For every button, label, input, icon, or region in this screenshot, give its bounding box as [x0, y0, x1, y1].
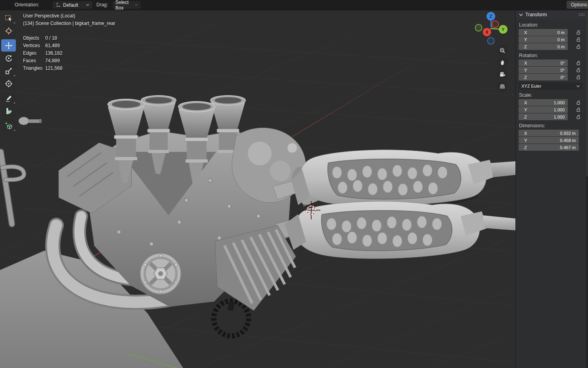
gizmo-axis-x[interactable]: X — [483, 28, 491, 36]
grid-perspective-icon — [499, 83, 506, 90]
rotation-z-field[interactable]: Z 0° — [519, 74, 568, 80]
lock-icon[interactable] — [575, 44, 582, 50]
annotate-pen-icon — [5, 94, 13, 102]
camera-icon — [499, 71, 506, 78]
gizmo-axis-z-neg[interactable] — [488, 38, 494, 44]
active-collection-label: (134) Scene Collection | bigkart_frame_r… — [23, 21, 115, 26]
scale-section-label: Scale: — [519, 92, 588, 98]
scene-statistics: Objects0 / 18 Vertices61,489 Edges136,18… — [23, 35, 115, 71]
lock-icon[interactable] — [575, 107, 582, 113]
zoom-button[interactable] — [497, 45, 508, 56]
camera-view-button[interactable] — [497, 69, 508, 80]
location-section-label: Location: — [519, 22, 588, 28]
tool-add-cube[interactable] — [1, 119, 16, 132]
rotation-y-field[interactable]: Y 0° — [519, 67, 568, 73]
tool-cursor[interactable] — [1, 25, 16, 37]
transform-icon — [5, 80, 13, 88]
add-cube-icon — [5, 122, 13, 130]
drag-mode-dropdown[interactable]: Select Box — [113, 1, 140, 9]
lock-icon[interactable] — [575, 67, 582, 73]
perspective-toggle-button[interactable] — [497, 81, 508, 92]
location-z-field[interactable]: Z 0 m — [519, 43, 568, 50]
tool-shelf — [1, 12, 16, 132]
gizmo-axis-x-neg[interactable] — [492, 21, 499, 28]
orientation-label: Orientation: — [15, 2, 39, 8]
lock-icon[interactable] — [575, 29, 582, 35]
chevron-down-icon — [135, 4, 138, 6]
lock-icon[interactable] — [575, 100, 582, 105]
chevron-down-icon — [519, 13, 523, 16]
drag-label: Drag: — [96, 2, 108, 8]
location-x-field[interactable]: X 0 m — [519, 29, 568, 36]
lock-icon[interactable] — [575, 74, 582, 80]
panel-scrollbar[interactable] — [586, 10, 588, 368]
stat-value: 61,489 — [45, 43, 115, 48]
dimensions-section-label: Dimensions: — [519, 123, 588, 128]
rotate-icon — [5, 54, 13, 62]
stat-value: 74,889 — [45, 58, 115, 63]
panel-title: Transform — [525, 12, 547, 17]
hand-icon — [499, 59, 506, 66]
stat-label: Edges — [23, 50, 45, 56]
rotation-x-field[interactable]: X 0° — [519, 59, 568, 66]
rotation-mode-dropdown[interactable]: XYZ Euler — [519, 82, 583, 90]
tool-select-box[interactable] — [1, 12, 16, 24]
select-box-icon — [5, 14, 13, 22]
pan-button[interactable] — [497, 57, 508, 68]
lock-icon[interactable] — [575, 36, 582, 42]
drag-mode-value: Select Box — [115, 0, 132, 11]
viewport-info-overlay: User Perspective (Local) (134) Scene Col… — [23, 13, 115, 71]
tool-transform[interactable] — [1, 77, 16, 90]
location-y-field[interactable]: Y 0 m — [519, 36, 568, 43]
svg-text:X: X — [485, 30, 488, 34]
dimensions-y-field[interactable]: Y 0.458 m — [519, 137, 579, 144]
orientation-value: Default — [63, 2, 78, 8]
gizmo-axis-y-neg[interactable] — [475, 25, 482, 31]
gizmo-axis-y[interactable]: Y — [499, 25, 508, 34]
scale-z-field[interactable]: Z 1.000 — [519, 113, 568, 120]
scale-x-field[interactable]: X 1.000 — [519, 99, 568, 106]
stat-value: 121,568 — [45, 65, 115, 71]
svg-text:Z: Z — [490, 14, 492, 19]
gizmo-axis-z[interactable]: Z — [486, 12, 495, 21]
lock-icon[interactable] — [575, 114, 582, 120]
svg-text:Y: Y — [502, 27, 505, 32]
orientation-dropdown[interactable]: Default — [53, 1, 92, 9]
stat-label: Objects — [23, 35, 45, 41]
viewport-header-bar: Orientation: Default Drag: Select Box Op… — [0, 0, 588, 10]
stat-label: Triangles — [23, 65, 45, 71]
move-icon — [5, 42, 13, 50]
lock-icon[interactable] — [575, 60, 582, 66]
options-button[interactable]: Options — [567, 1, 588, 9]
transform-panel-header[interactable]: Transform — [516, 10, 588, 19]
stat-label: Vertices — [23, 43, 45, 48]
scale-y-field[interactable]: Y 1.000 — [519, 106, 568, 113]
stat-value: 136,182 — [45, 50, 115, 56]
dimensions-x-field[interactable]: X 0.932 m — [519, 130, 579, 136]
tool-move[interactable] — [1, 39, 16, 52]
drag-handle-icon[interactable] — [578, 13, 585, 16]
tool-scale[interactable] — [1, 65, 16, 77]
cursor-icon — [5, 27, 13, 35]
chevron-down-icon — [86, 4, 90, 6]
sidebar-item-panel: Transform Location: X 0 m Y 0 m Z 0 m Ro… — [515, 10, 588, 368]
transform-orientation-icon — [56, 2, 61, 8]
stat-label: Faces — [23, 58, 45, 63]
view-perspective-label: User Perspective (Local) — [23, 13, 115, 19]
chevron-down-icon — [576, 85, 580, 88]
dimensions-z-field[interactable]: Z 0.467 m — [519, 144, 579, 151]
tool-measure[interactable] — [1, 105, 16, 117]
measure-icon — [5, 107, 13, 115]
stat-value: 0 / 18 — [45, 35, 115, 41]
zoom-icon — [499, 48, 506, 54]
3d-viewport[interactable]: User Perspective (Local) (134) Scene Col… — [0, 10, 515, 368]
rotation-section-label: Rotation: — [519, 53, 588, 58]
navigation-gizmo[interactable]: Z Y X — [473, 11, 510, 47]
tool-rotate[interactable] — [1, 52, 16, 64]
scale-icon — [5, 67, 13, 75]
tool-annotate[interactable] — [1, 92, 16, 104]
